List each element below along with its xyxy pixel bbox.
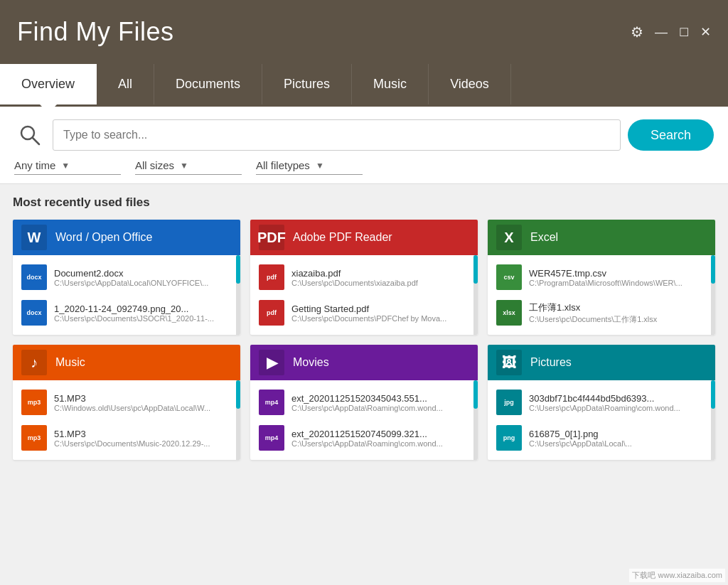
category-name-movies: Movies — [293, 356, 329, 369]
list-item[interactable]: docx1_2020-11-24_092749.png_20...C:\User… — [13, 295, 240, 331]
list-item[interactable]: csvWER457E.tmp.csvC:\ProgramData\Microso… — [488, 259, 715, 295]
file-type-badge: mp4 — [259, 390, 284, 415]
tab-all[interactable]: All — [97, 64, 154, 104]
category-name-pdf: Adobe PDF Reader — [293, 231, 392, 244]
filter-row: Any time▼All sizes▼All filetypes▼ — [14, 159, 714, 175]
tab-documents[interactable]: Documents — [154, 64, 262, 104]
filter-size-chevron: ▼ — [180, 161, 188, 171]
content-area: Most recently used files WWord / Open Of… — [0, 184, 728, 585]
category-header-music: ♪Music — [13, 345, 240, 380]
file-name: ext_202011251520345043.551... — [291, 393, 469, 404]
file-path: C:\Users\pc\Documents\xiazaiba.pdf — [291, 279, 469, 287]
file-info: Document2.docxC:\Users\pc\AppData\Local\… — [54, 268, 232, 287]
file-type-badge: xlsx — [496, 300, 522, 326]
list-item[interactable]: png616875_0[1].pngC:\Users\pc\AppData\Lo… — [488, 420, 715, 456]
category-icon-movies: ▶ — [259, 350, 284, 375]
file-info: 616875_0[1].pngC:\Users\pc\AppData\Local… — [529, 429, 707, 448]
category-card-pdf: PDFAdobe PDF Readerpdfxiazaiba.pdfC:\Use… — [250, 220, 478, 335]
list-item[interactable]: jpg303dbf71bc4f444bd5bd6393...C:\Users\p… — [488, 385, 715, 420]
category-icon-excel: X — [496, 225, 522, 250]
scroll-indicator — [473, 380, 478, 460]
close-icon[interactable]: ✕ — [700, 24, 711, 40]
file-info: 303dbf71bc4f444bd5bd6393...C:\Users\pc\A… — [529, 393, 707, 412]
search-area: Search Any time▼All sizes▼All filetypes▼ — [0, 107, 728, 184]
file-info: xiazaiba.pdfC:\Users\pc\Documents\xiazai… — [291, 268, 469, 287]
list-item[interactable]: pdfxiazaiba.pdfC:\Users\pc\Documents\xia… — [250, 259, 478, 295]
file-name: 1_2020-11-24_092749.png_20... — [54, 304, 232, 314]
category-files-excel: csvWER457E.tmp.csvC:\ProgramData\Microso… — [488, 255, 715, 335]
tab-overview[interactable]: Overview — [0, 64, 97, 104]
search-icon — [14, 119, 46, 151]
list-item[interactable]: docxDocument2.docxC:\Users\pc\AppData\Lo… — [13, 259, 240, 295]
category-grid: WWord / Open OfficedocxDocument2.docxC:\… — [13, 220, 715, 460]
file-name: 616875_0[1].png — [529, 429, 707, 439]
file-name: 303dbf71bc4f444bd5bd6393... — [529, 393, 707, 404]
file-path: C:\Users\pc\Documents\工作薄1.xlsx — [529, 314, 707, 325]
list-item[interactable]: mp4ext_202011251520345043.551...C:\Users… — [250, 385, 478, 420]
file-type-badge: png — [496, 425, 522, 451]
scroll-indicator — [473, 255, 478, 335]
filter-filetype-label: All filetypes — [256, 159, 310, 171]
list-item[interactable]: mp351.MP3C:\Windows.old\Users\pc\AppData… — [13, 385, 240, 420]
search-input[interactable] — [53, 119, 621, 151]
file-name: ext_202011251520745099.321... — [291, 429, 469, 439]
filter-filetype[interactable]: All filetypes▼ — [256, 159, 363, 175]
scroll-thumb — [711, 380, 715, 409]
file-name: xiazaiba.pdf — [291, 268, 469, 279]
list-item[interactable]: mp351.MP3C:\Users\pc\Documents\Music-202… — [13, 420, 240, 456]
watermark: 下载吧 www.xiazaiba.com — [629, 569, 725, 582]
category-header-excel: XExcel — [488, 220, 715, 255]
file-path: C:\ProgramData\Microsoft\Windows\WER\... — [529, 279, 707, 287]
file-type-badge: docx — [21, 264, 47, 290]
file-name: 51.MP3 — [54, 429, 232, 439]
category-name-excel: Excel — [530, 231, 558, 244]
category-card-music: ♪Musicmp351.MP3C:\Windows.old\Users\pc\A… — [13, 345, 240, 460]
scroll-thumb — [236, 380, 240, 409]
category-icon-pictures: 🖼 — [496, 350, 522, 375]
file-type-badge: mp3 — [21, 390, 47, 415]
settings-icon[interactable]: ⚙ — [631, 23, 643, 41]
list-item[interactable]: mp4ext_202011251520745099.321...C:\Users… — [250, 420, 478, 456]
category-name-music: Music — [55, 356, 85, 369]
file-info: ext_202011251520345043.551...C:\Users\pc… — [291, 393, 469, 412]
file-path: C:\Users\pc\Documents\JSOCR\1_2020-11-..… — [54, 314, 232, 323]
list-item[interactable]: pdfGetting Started.pdfC:\Users\pc\Docume… — [250, 295, 478, 331]
title-bar: Find My Files ⚙ — ☐ ✕ — [0, 0, 728, 64]
category-files-pdf: pdfxiazaiba.pdfC:\Users\pc\Documents\xia… — [250, 255, 478, 335]
file-path: C:\Users\pc\AppData\Local\... — [529, 439, 707, 448]
file-info: ext_202011251520745099.321...C:\Users\pc… — [291, 429, 469, 448]
category-header-movies: ▶Movies — [250, 345, 478, 380]
tab-pictures[interactable]: Pictures — [262, 64, 352, 104]
scroll-thumb — [236, 255, 240, 284]
app-title: Find My Files — [17, 17, 174, 47]
filter-filetype-chevron: ▼ — [316, 161, 324, 171]
category-icon-music: ♪ — [21, 350, 47, 375]
file-path: C:\Users\pc\AppData\Roaming\com.wond... — [291, 404, 469, 412]
file-name: 工作薄1.xlsx — [529, 301, 707, 314]
category-files-music: mp351.MP3C:\Windows.old\Users\pc\AppData… — [13, 380, 240, 460]
file-name: Getting Started.pdf — [291, 304, 469, 314]
file-path: C:\Windows.old\Users\pc\AppData\Local\W.… — [54, 404, 232, 412]
category-card-word: WWord / Open OfficedocxDocument2.docxC:\… — [13, 220, 240, 335]
category-name-word: Word / Open Office — [55, 231, 152, 244]
category-card-pictures: 🖼Picturesjpg303dbf71bc4f444bd5bd6393...C… — [488, 345, 715, 460]
scroll-thumb — [473, 255, 478, 284]
category-icon-pdf: PDF — [259, 225, 284, 250]
list-item[interactable]: xlsx工作薄1.xlsxC:\Users\pc\Documents\工作薄1.… — [488, 295, 715, 331]
tab-videos[interactable]: Videos — [429, 64, 511, 104]
file-info: 1_2020-11-24_092749.png_20...C:\Users\pc… — [54, 304, 232, 323]
category-card-movies: ▶Moviesmp4ext_202011251520345043.551...C… — [250, 345, 478, 460]
file-type-badge: pdf — [259, 264, 284, 290]
filter-size[interactable]: All sizes▼ — [135, 159, 242, 175]
scroll-indicator — [236, 255, 240, 335]
filter-time[interactable]: Any time▼ — [14, 159, 121, 175]
search-button[interactable]: Search — [628, 119, 714, 151]
tab-music[interactable]: Music — [352, 64, 429, 104]
minimize-icon[interactable]: — — [655, 25, 668, 40]
category-files-pictures: jpg303dbf71bc4f444bd5bd6393...C:\Users\p… — [488, 380, 715, 460]
maximize-icon[interactable]: ☐ — [679, 26, 689, 39]
scroll-thumb — [711, 255, 715, 284]
category-files-word: docxDocument2.docxC:\Users\pc\AppData\Lo… — [13, 255, 240, 335]
category-files-movies: mp4ext_202011251520345043.551...C:\Users… — [250, 380, 478, 460]
scroll-thumb — [473, 380, 478, 409]
